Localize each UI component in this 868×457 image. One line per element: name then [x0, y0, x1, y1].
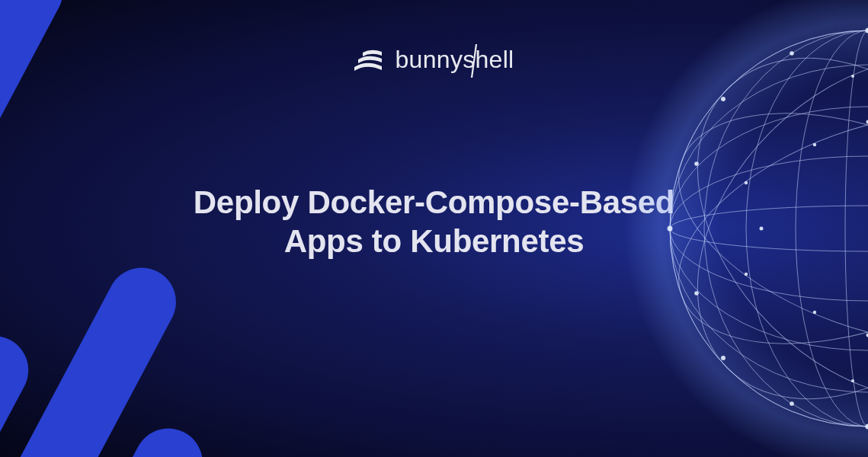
svg-point-22 — [721, 356, 725, 360]
svg-point-20 — [721, 97, 725, 101]
svg-point-28 — [694, 161, 699, 166]
svg-point-30 — [694, 291, 699, 296]
wireframe-sphere-icon — [624, 0, 868, 457]
svg-point-36 — [813, 143, 816, 146]
svg-point-26 — [790, 401, 794, 406]
svg-point-44 — [851, 75, 854, 78]
decorative-pill-top — [0, 0, 73, 155]
svg-point-46 — [851, 379, 854, 382]
svg-point-18 — [668, 226, 673, 232]
brand-icon — [354, 49, 383, 72]
brand-wordmark: bunnyshell — [396, 46, 514, 74]
svg-point-40 — [745, 181, 748, 184]
headline-line-1: Deploy Docker-Compose-Based — [194, 184, 674, 220]
svg-point-38 — [813, 311, 816, 314]
brand-slash-icon — [470, 44, 478, 78]
svg-point-24 — [790, 51, 794, 56]
svg-line-0 — [472, 44, 476, 78]
headline-line-2: Apps to Kubernetes — [284, 223, 585, 259]
svg-point-42 — [745, 273, 748, 276]
brand-logo: bunnyshell — [354, 46, 514, 74]
brand-text-left: bunny — [396, 46, 463, 73]
svg-point-32 — [760, 227, 764, 231]
pill-shape — [0, 256, 188, 457]
